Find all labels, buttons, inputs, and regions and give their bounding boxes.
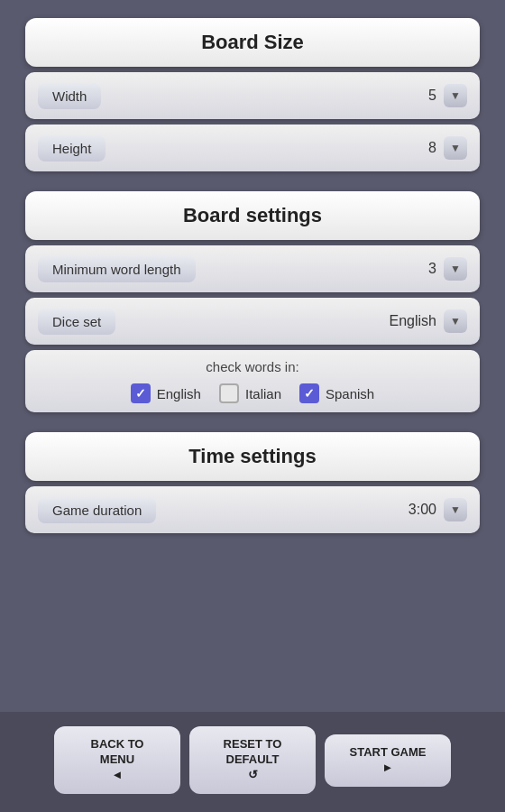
height-row: Height 8 ▼ — [25, 125, 480, 171]
spanish-checkbox[interactable]: ✓ — [299, 383, 319, 403]
start-icon: ► — [382, 761, 394, 774]
check-words-section: check words in: ✓ English Italian ✓ Span… — [25, 350, 480, 412]
min-word-label: Minimum word length — [38, 256, 196, 282]
board-size-header: Board Size — [25, 18, 480, 67]
min-word-value-container[interactable]: 3 ▼ — [428, 257, 467, 281]
height-value: 8 — [428, 140, 436, 156]
reset-icon: ↺ — [248, 768, 258, 781]
board-settings-header: Board settings — [25, 191, 480, 240]
bottom-buttons: BACK TOMENU ◄ RESET TODEFAULT ↺ START GA… — [0, 712, 505, 812]
game-duration-value-container[interactable]: 3:00 ▼ — [409, 498, 467, 521]
min-word-row: Minimum word length 3 ▼ — [25, 245, 480, 292]
reset-label: RESET TODEFAULT — [224, 737, 282, 766]
dice-set-dropdown-arrow[interactable]: ▼ — [444, 309, 467, 333]
game-duration-row: Game duration 3:00 ▼ — [25, 486, 480, 533]
dice-set-value-container[interactable]: English ▼ — [390, 309, 467, 333]
dice-set-label: Dice set — [38, 309, 115, 335]
italian-checkbox-item[interactable]: Italian — [219, 383, 281, 403]
game-duration-value: 3:00 — [409, 502, 436, 518]
spanish-checkbox-item[interactable]: ✓ Spanish — [299, 383, 374, 403]
spanish-checkbox-label: Spanish — [326, 386, 374, 401]
start-label: START GAME — [350, 745, 427, 759]
min-word-value: 3 — [428, 261, 436, 277]
english-checkbox-item[interactable]: ✓ English — [131, 383, 201, 403]
height-value-container[interactable]: 8 ▼ — [428, 136, 467, 160]
italian-checkbox-label: Italian — [245, 386, 281, 401]
english-checkbox-label: English — [157, 386, 201, 401]
back-icon: ◄ — [112, 768, 124, 781]
height-dropdown-arrow[interactable]: ▼ — [444, 136, 467, 160]
width-value: 5 — [428, 88, 436, 104]
game-duration-dropdown-arrow[interactable]: ▼ — [444, 498, 467, 521]
start-game-button[interactable]: START GAME ► — [325, 734, 451, 787]
dice-set-row: Dice set English ▼ — [25, 298, 480, 345]
time-settings-header: Time settings — [25, 432, 480, 481]
reset-to-default-button[interactable]: RESET TODEFAULT ↺ — [189, 726, 316, 794]
width-row: Width 5 ▼ — [25, 72, 480, 119]
english-checkbox[interactable]: ✓ — [131, 383, 151, 403]
min-word-dropdown-arrow[interactable]: ▼ — [444, 257, 467, 281]
game-duration-label: Game duration — [38, 497, 156, 523]
check-words-label: check words in: — [38, 359, 467, 374]
height-label: Height — [38, 135, 106, 161]
width-dropdown-arrow[interactable]: ▼ — [444, 84, 467, 107]
width-label: Width — [38, 83, 101, 109]
width-value-container[interactable]: 5 ▼ — [428, 84, 467, 107]
italian-checkbox[interactable] — [219, 383, 239, 403]
main-container: Board Size Width 5 ▼ Height 8 ▼ Board se… — [0, 0, 505, 812]
back-label: BACK TOMENU — [91, 737, 144, 766]
back-to-menu-button[interactable]: BACK TOMENU ◄ — [54, 726, 180, 794]
checkboxes-row: ✓ English Italian ✓ Spanish — [38, 383, 467, 403]
dice-set-value: English — [390, 313, 436, 329]
